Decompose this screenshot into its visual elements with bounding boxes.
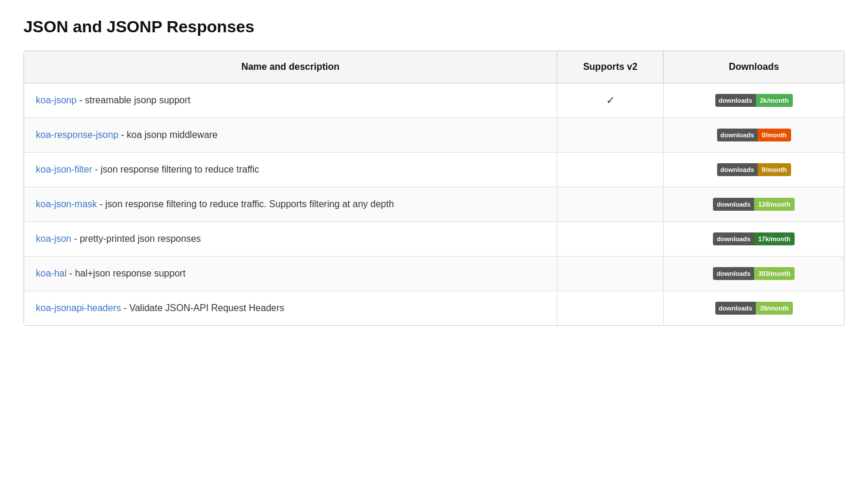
package-link[interactable]: koa-hal [36, 268, 66, 278]
badge-label: downloads [715, 302, 756, 315]
downloads-badge: downloads2k/month [715, 94, 793, 107]
badge-label: downloads [713, 267, 753, 280]
package-link[interactable]: koa-json-filter [36, 164, 92, 174]
package-description: - Validate JSON-API Request Headers [121, 303, 284, 313]
table-row: koa-hal - hal+json response supportdownl… [24, 257, 844, 291]
downloads-cell: downloads39/month [664, 291, 844, 326]
package-description: - json response filtering to reduce traf… [97, 199, 394, 209]
name-cell: koa-response-jsonp - koa jsonp middlewar… [24, 118, 557, 153]
package-link[interactable]: koa-json [36, 234, 71, 244]
package-link[interactable]: koa-jsonapi-headers [36, 303, 121, 313]
badge-label: downloads [717, 129, 758, 141]
name-cell: koa-json-filter - json response filterin… [24, 153, 557, 187]
table-header-row: Name and description Supports v2 Downloa… [24, 51, 844, 83]
name-cell: koa-hal - hal+json response support [24, 257, 557, 291]
downloads-cell: downloads9/month [664, 153, 844, 187]
package-description: - hal+json response support [66, 268, 185, 278]
package-description: - pretty-printed json responses [71, 234, 201, 244]
package-link[interactable]: koa-jsonp [36, 95, 76, 105]
downloads-badge: downloads39/month [715, 302, 793, 315]
downloads-cell: downloads303/month [664, 257, 844, 291]
downloads-badge: downloads138/month [713, 198, 794, 211]
downloads-cell: downloads0/month [664, 118, 844, 153]
badge-value: 39/month [756, 302, 793, 315]
table-row: koa-jsonp - streamable jsonp support✓dow… [24, 83, 844, 118]
badge-value: 138/month [754, 198, 795, 211]
table-row: koa-jsonapi-headers - Validate JSON-API … [24, 291, 844, 326]
downloads-badge: downloads303/month [713, 267, 794, 280]
badge-value: 9/month [758, 163, 791, 176]
supports-v2-cell [557, 118, 663, 153]
package-description: - koa jsonp middleware [119, 130, 218, 140]
package-description: - streamable jsonp support [76, 95, 190, 105]
downloads-badge: downloads0/month [717, 129, 791, 141]
packages-table: Name and description Supports v2 Downloa… [24, 51, 844, 325]
name-cell: koa-jsonp - streamable jsonp support [24, 83, 557, 118]
col-header-name: Name and description [24, 51, 557, 83]
col-header-supports-v2: Supports v2 [557, 51, 663, 83]
supports-v2-cell [557, 153, 663, 187]
page-title: JSON and JSONP Responses [23, 18, 845, 36]
supports-v2-cell: ✓ [557, 83, 663, 118]
badge-label: downloads [713, 232, 753, 245]
badge-value: 0/month [758, 129, 791, 141]
badge-value: 303/month [754, 267, 795, 280]
supports-v2-cell [557, 291, 663, 326]
table-row: koa-json - pretty-printed json responses… [24, 222, 844, 257]
downloads-badge: downloads9/month [717, 163, 791, 176]
supports-v2-cell [557, 222, 663, 257]
downloads-badge: downloads17k/month [713, 232, 794, 245]
package-link[interactable]: koa-response-jsonp [36, 130, 119, 140]
table-row: koa-response-jsonp - koa jsonp middlewar… [24, 118, 844, 153]
col-header-downloads: Downloads [664, 51, 844, 83]
downloads-cell: downloads17k/month [664, 222, 844, 257]
downloads-cell: downloads138/month [664, 187, 844, 222]
name-cell: koa-jsonapi-headers - Validate JSON-API … [24, 291, 557, 326]
table-row: koa-json-mask - json response filtering … [24, 187, 844, 222]
downloads-cell: downloads2k/month [664, 83, 844, 118]
badge-value: 17k/month [754, 232, 795, 245]
badge-label: downloads [717, 163, 758, 176]
name-cell: koa-json - pretty-printed json responses [24, 222, 557, 257]
table-row: koa-json-filter - json response filterin… [24, 153, 844, 187]
package-description: - json response filtering to reduce traf… [92, 164, 259, 174]
main-table-wrapper: Name and description Supports v2 Downloa… [23, 50, 845, 326]
supports-v2-cell [557, 257, 663, 291]
badge-label: downloads [715, 94, 756, 107]
badge-value: 2k/month [756, 94, 793, 107]
badge-label: downloads [713, 198, 753, 211]
name-cell: koa-json-mask - json response filtering … [24, 187, 557, 222]
supports-v2-cell [557, 187, 663, 222]
package-link[interactable]: koa-json-mask [36, 199, 97, 209]
